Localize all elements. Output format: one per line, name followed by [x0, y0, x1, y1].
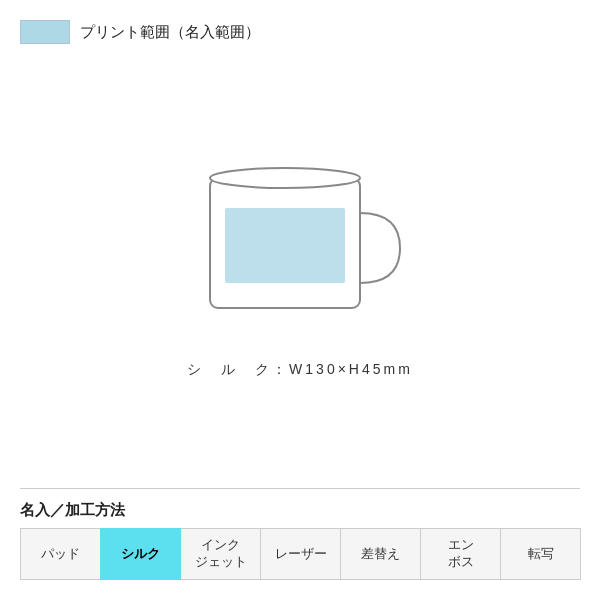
bottom-section: 名入／加工方法 パッドシルクインクジェットレーザー差替えエンボス転写 [20, 488, 580, 580]
tab-transfer[interactable]: 転写 [500, 528, 581, 580]
page-container: プリント範囲（名入範囲） シ ル ク：W130×H45mm 名入／加工方法 パッ… [0, 0, 600, 600]
legend-color-box [20, 20, 70, 44]
method-title: 名入／加工方法 [20, 501, 580, 520]
legend-row: プリント範囲（名入範囲） [20, 20, 580, 44]
tab-inkjet[interactable]: インクジェット [180, 528, 261, 580]
tab-laser[interactable]: レーザー [260, 528, 341, 580]
svg-point-1 [210, 168, 360, 188]
legend-text: プリント範囲（名入範囲） [80, 23, 260, 42]
silk-label: シ ル ク：W130×H45mm [187, 361, 413, 379]
tab-pad[interactable]: パッド [20, 528, 101, 580]
tab-sashine[interactable]: 差替え [340, 528, 421, 580]
mug-diagram [190, 153, 410, 343]
mug-area: シ ル ク：W130×H45mm [20, 54, 580, 488]
tab-silk[interactable]: シルク [100, 528, 181, 580]
tab-emboss[interactable]: エンボス [420, 528, 501, 580]
svg-rect-2 [225, 208, 345, 283]
mug-svg-wrapper [190, 153, 410, 347]
method-tabs: パッドシルクインクジェットレーザー差替えエンボス転写 [20, 528, 580, 580]
